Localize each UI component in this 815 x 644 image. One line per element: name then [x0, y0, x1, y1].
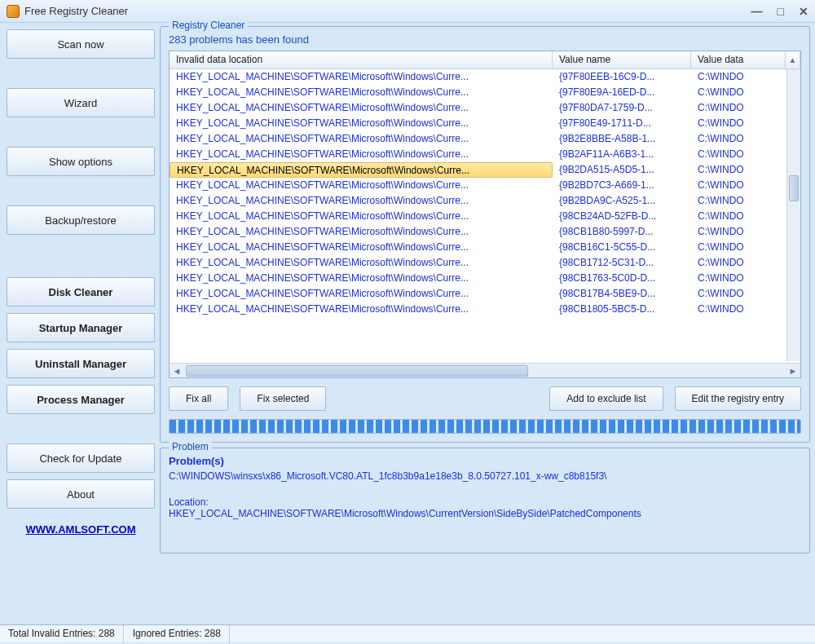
action-row: Fix all Fix selected Add to exclude list…	[169, 386, 801, 411]
table-row[interactable]: HKEY_LOCAL_MACHINE\SOFTWARE\Microsoft\Wi…	[170, 302, 800, 317]
cell-value-name: {98CB17B4-5BE9-D...	[553, 286, 691, 302]
check-update-button[interactable]: Check for Update	[7, 443, 155, 473]
status-ignored: Ignored Entries: 288	[124, 625, 230, 642]
fix-all-button[interactable]: Fix all	[169, 386, 228, 411]
column-location[interactable]: Invalid data location	[170, 51, 553, 68]
cell-value-data: C:\WINDO	[691, 178, 800, 193]
cell-value-data: C:\WINDO	[691, 271, 800, 286]
cell-value-data: C:\WINDO	[691, 85, 800, 100]
cell-location: HKEY_LOCAL_MACHINE\SOFTWARE\Microsoft\Wi…	[170, 271, 553, 286]
cell-location: HKEY_LOCAL_MACHINE\SOFTWARE\Microsoft\Wi…	[170, 178, 553, 193]
cell-value-data: C:\WINDO	[691, 255, 800, 271]
horizontal-scrollbar[interactable]: ◄ ►	[170, 363, 800, 377]
table-row[interactable]: HKEY_LOCAL_MACHINE\SOFTWARE\Microsoft\Wi…	[170, 131, 800, 147]
table-row[interactable]: HKEY_LOCAL_MACHINE\SOFTWARE\Microsoft\Wi…	[170, 240, 800, 255]
table-row[interactable]: HKEY_LOCAL_MACHINE\SOFTWARE\Microsoft\Wi…	[170, 255, 800, 271]
titlebar: Free Registry Cleaner — □ ✕	[0, 0, 815, 23]
table-row[interactable]: HKEY_LOCAL_MACHINE\SOFTWARE\Microsoft\Wi…	[170, 193, 800, 209]
cell-value-data: C:\WINDO	[691, 209, 800, 224]
vertical-scrollbar[interactable]	[786, 69, 800, 361]
cell-value-name: {98CB24AD-52FB-D...	[553, 209, 691, 224]
problem-group-title: Problem	[169, 441, 212, 452]
cell-value-name: {97F80EEB-16C9-D...	[553, 69, 691, 85]
cell-value-data: C:\WINDO	[691, 116, 800, 131]
startup-manager-button[interactable]: Startup Manager	[7, 313, 155, 342]
cell-value-name: {9B2E8BBE-A58B-1...	[553, 131, 691, 147]
table-row[interactable]: HKEY_LOCAL_MACHINE\SOFTWARE\Microsoft\Wi…	[170, 162, 800, 178]
column-value-name[interactable]: Value name	[553, 51, 691, 68]
registry-group-title: Registry Cleaner	[169, 20, 248, 31]
cell-value-name: {97F80DA7-1759-D...	[553, 100, 691, 116]
table-row[interactable]: HKEY_LOCAL_MACHINE\SOFTWARE\Microsoft\Wi…	[170, 147, 800, 162]
table-body[interactable]: HKEY_LOCAL_MACHINE\SOFTWARE\Microsoft\Wi…	[170, 69, 800, 363]
edit-registry-button[interactable]: Edit the registry entry	[675, 386, 801, 411]
problem-location-label: Location:	[169, 496, 801, 508]
table-row[interactable]: HKEY_LOCAL_MACHINE\SOFTWARE\Microsoft\Wi…	[170, 85, 800, 100]
cell-value-data: C:\WINDO	[691, 286, 800, 302]
sidebar: Scan now Wizard Show options Backup/rest…	[5, 26, 160, 624]
disk-cleaner-button[interactable]: Disk Cleaner	[7, 277, 155, 307]
cell-value-data: C:\WINDO	[691, 240, 800, 255]
table-row[interactable]: HKEY_LOCAL_MACHINE\SOFTWARE\Microsoft\Wi…	[170, 116, 800, 131]
fix-selected-button[interactable]: Fix selected	[240, 386, 326, 411]
table-row[interactable]: HKEY_LOCAL_MACHINE\SOFTWARE\Microsoft\Wi…	[170, 100, 800, 116]
status-total: Total Invalid Entries: 288	[0, 625, 124, 642]
cell-location: HKEY_LOCAL_MACHINE\SOFTWARE\Microsoft\Wi…	[170, 286, 553, 302]
cell-location: HKEY_LOCAL_MACHINE\SOFTWARE\Microsoft\Wi…	[170, 193, 553, 209]
cell-value-name: {98CB1763-5C0D-D...	[553, 271, 691, 286]
cell-value-data: C:\WINDO	[691, 131, 800, 147]
cell-value-name: {98CB1805-5BC5-D...	[553, 302, 691, 317]
app-icon	[7, 5, 20, 18]
cell-value-data: C:\WINDO	[691, 147, 800, 162]
about-button[interactable]: About	[7, 479, 155, 509]
uninstall-manager-button[interactable]: Uninstall Manager	[7, 349, 155, 378]
backup-restore-button[interactable]: Backup/restore	[7, 205, 155, 235]
table-row[interactable]: HKEY_LOCAL_MACHINE\SOFTWARE\Microsoft\Wi…	[170, 209, 800, 224]
problem-group: Problem Problem(s) C:\WINDOWS\winsxs\x86…	[160, 448, 810, 554]
table-row[interactable]: HKEY_LOCAL_MACHINE\SOFTWARE\Microsoft\Wi…	[170, 271, 800, 286]
table-row[interactable]: HKEY_LOCAL_MACHINE\SOFTWARE\Microsoft\Wi…	[170, 69, 800, 85]
cell-location: HKEY_LOCAL_MACHINE\SOFTWARE\Microsoft\Wi…	[170, 224, 553, 240]
cell-value-name: {9B2AF11A-A6B3-1...	[553, 147, 691, 162]
cell-value-name: {97F80E9A-16ED-D...	[553, 85, 691, 100]
statusbar: Total Invalid Entries: 288 Ignored Entri…	[0, 624, 815, 642]
cell-value-data: C:\WINDO	[691, 162, 800, 178]
problem-heading: Problem(s)	[169, 455, 801, 467]
window-controls: — □ ✕	[751, 5, 808, 18]
add-exclude-button[interactable]: Add to exclude list	[549, 386, 663, 411]
cell-value-data: C:\WINDO	[691, 100, 800, 116]
process-manager-button[interactable]: Process Manager	[7, 385, 155, 414]
cell-location: HKEY_LOCAL_MACHINE\SOFTWARE\Microsoft\Wi…	[170, 131, 553, 147]
cell-location: HKEY_LOCAL_MACHINE\SOFTWARE\Microsoft\Wi…	[170, 100, 553, 116]
maximize-button[interactable]: □	[778, 5, 784, 18]
wizard-button[interactable]: Wizard	[7, 88, 155, 117]
table-row[interactable]: HKEY_LOCAL_MACHINE\SOFTWARE\Microsoft\Wi…	[170, 178, 800, 193]
cell-value-name: {97F80E49-1711-D...	[553, 116, 691, 131]
results-table: Invalid data location Value name Value d…	[169, 51, 801, 378]
table-row[interactable]: HKEY_LOCAL_MACHINE\SOFTWARE\Microsoft\Wi…	[170, 286, 800, 302]
column-value-data[interactable]: Value data	[691, 51, 786, 68]
horizontal-scroll-thumb[interactable]	[186, 365, 528, 377]
website-link[interactable]: WWW.AMLSOFT.COM	[7, 523, 155, 536]
cell-value-name: {9B2BD7C3-A669-1...	[553, 178, 691, 193]
vertical-scroll-thumb[interactable]	[789, 175, 799, 201]
problem-location-value: HKEY_LOCAL_MACHINE\SOFTWARE\Microsoft\Wi…	[169, 508, 801, 519]
minimize-button[interactable]: —	[751, 5, 763, 18]
problem-path: C:\WINDOWS\winsxs\x86_Microsoft.VC80.ATL…	[169, 470, 801, 482]
show-options-button[interactable]: Show options	[7, 147, 155, 176]
cell-location: HKEY_LOCAL_MACHINE\SOFTWARE\Microsoft\Wi…	[170, 147, 553, 162]
scroll-left-icon[interactable]: ◄	[170, 366, 184, 376]
scan-now-button[interactable]: Scan now	[7, 29, 155, 59]
cell-location: HKEY_LOCAL_MACHINE\SOFTWARE\Microsoft\Wi…	[170, 255, 553, 271]
table-row[interactable]: HKEY_LOCAL_MACHINE\SOFTWARE\Microsoft\Wi…	[170, 224, 800, 240]
window-title: Free Registry Cleaner	[24, 5, 751, 17]
cell-value-name: {9B2BDA9C-A525-1...	[553, 193, 691, 209]
cell-location: HKEY_LOCAL_MACHINE\SOFTWARE\Microsoft\Wi…	[170, 162, 553, 178]
cell-location: HKEY_LOCAL_MACHINE\SOFTWARE\Microsoft\Wi…	[170, 69, 553, 85]
cell-location: HKEY_LOCAL_MACHINE\SOFTWARE\Microsoft\Wi…	[170, 85, 553, 100]
scroll-right-icon[interactable]: ►	[786, 366, 800, 376]
cell-value-name: {98CB16C1-5C55-D...	[553, 240, 691, 255]
cell-value-data: C:\WINDO	[691, 224, 800, 240]
close-button[interactable]: ✕	[799, 5, 808, 18]
scroll-up-icon[interactable]: ▲	[786, 51, 800, 68]
